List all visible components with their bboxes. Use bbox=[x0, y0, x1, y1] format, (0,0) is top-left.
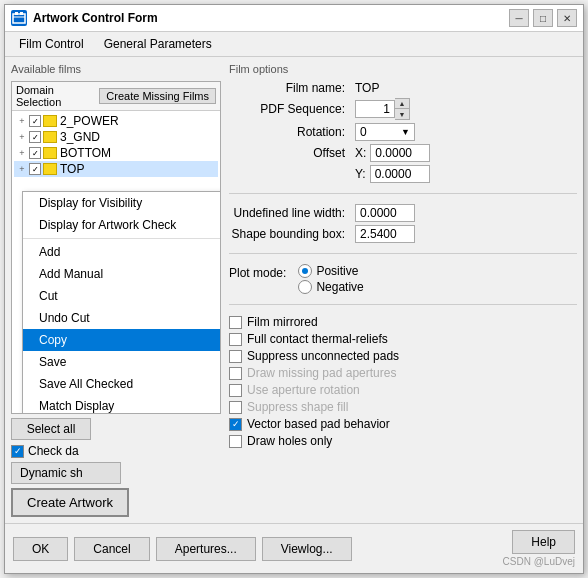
bottom-controls: Select all ✓ Check da Dynamic sh Create … bbox=[11, 418, 221, 517]
cb-vector-based[interactable]: ✓ bbox=[229, 418, 242, 431]
ctx-cut[interactable]: Cut bbox=[23, 285, 220, 307]
radio-positive-row[interactable]: Positive bbox=[298, 264, 363, 278]
check-top[interactable]: ✓ bbox=[29, 163, 41, 175]
cb-suppress-unconnected-row: Suppress unconnected pads bbox=[229, 349, 577, 363]
folder-icon-top bbox=[43, 163, 57, 175]
film-name-value: TOP bbox=[355, 81, 577, 95]
cb-full-contact[interactable] bbox=[229, 333, 242, 346]
shape-bounding-label: Shape bounding box: bbox=[229, 227, 349, 241]
offset-y-row: Y: bbox=[355, 165, 577, 183]
cancel-button[interactable]: Cancel bbox=[74, 537, 149, 561]
cb-draw-missing bbox=[229, 367, 242, 380]
help-button[interactable]: Help bbox=[512, 530, 575, 554]
films-group: Domain Selection Create Missing Films + … bbox=[11, 81, 221, 414]
offset-x-row: X: bbox=[355, 144, 577, 162]
app-icon bbox=[11, 10, 27, 26]
svg-rect-0 bbox=[13, 14, 25, 23]
expand-icon-3gnd: + bbox=[16, 131, 28, 143]
footer: OK Cancel Apertures... Viewlog... Help C… bbox=[5, 523, 583, 573]
pdf-sequence-btns: ▲ ▼ bbox=[395, 98, 410, 120]
cb-suppress-shape-label: Suppress shape fill bbox=[247, 400, 348, 414]
radio-negative-button[interactable] bbox=[298, 280, 312, 294]
tree-label-bottom: BOTTOM bbox=[60, 146, 111, 160]
menu-film-control[interactable]: Film Control bbox=[9, 34, 94, 54]
pdf-sequence-spinner: ▲ ▼ bbox=[355, 98, 577, 120]
ctx-display-artwork[interactable]: Display for Artwork Check bbox=[23, 214, 220, 236]
ctx-add-manual[interactable]: Add Manual bbox=[23, 263, 220, 285]
separator-3 bbox=[229, 304, 577, 305]
right-panel: Film options Film name: TOP PDF Sequence… bbox=[229, 63, 577, 517]
close-button[interactable]: ✕ bbox=[557, 9, 577, 27]
viewlog-button[interactable]: Viewlog... bbox=[262, 537, 352, 561]
pdf-seq-down-button[interactable]: ▼ bbox=[395, 109, 409, 119]
undefined-line-label: Undefined line width: bbox=[229, 206, 349, 220]
cb-full-contact-label: Full contact thermal-reliefs bbox=[247, 332, 388, 346]
expand-icon-bottom: + bbox=[16, 147, 28, 159]
tree-item-3gnd[interactable]: + ✓ 3_GND bbox=[14, 129, 218, 145]
tree-item-bottom[interactable]: + ✓ BOTTOM bbox=[14, 145, 218, 161]
context-menu: Display for Visibility Display for Artwo… bbox=[22, 191, 220, 413]
content-area: Available films Domain Selection Create … bbox=[5, 57, 583, 523]
cb-suppress-shape-row: Suppress shape fill bbox=[229, 400, 577, 414]
folder-icon-bottom bbox=[43, 147, 57, 159]
tree-label-top: TOP bbox=[60, 162, 84, 176]
cb-aperture-rotation-row: Use aperture rotation bbox=[229, 383, 577, 397]
separator-1 bbox=[229, 193, 577, 194]
radio-negative-row[interactable]: Negative bbox=[298, 280, 363, 294]
cb-vector-based-row: ✓ Vector based pad behavior bbox=[229, 417, 577, 431]
cb-suppress-shape bbox=[229, 401, 242, 414]
footer-left: OK Cancel Apertures... Viewlog... bbox=[13, 537, 352, 561]
ctx-save-all-checked[interactable]: Save All Checked bbox=[23, 373, 220, 395]
create-artwork-button[interactable]: Create Artwork bbox=[11, 488, 129, 517]
cb-film-mirrored[interactable] bbox=[229, 316, 242, 329]
ctx-undo-cut[interactable]: Undo Cut bbox=[23, 307, 220, 329]
tree-item-2power[interactable]: + ✓ 2_POWER bbox=[14, 113, 218, 129]
tree-container: + ✓ 2_POWER + ✓ 3_GND + ✓ bbox=[12, 111, 220, 413]
tree-item-top[interactable]: + ✓ TOP bbox=[14, 161, 218, 177]
ctx-display-visibility[interactable]: Display for Visibility bbox=[23, 192, 220, 214]
check-data-row: ✓ Check da bbox=[11, 444, 221, 458]
ctx-sep-1 bbox=[23, 238, 220, 239]
undefined-line-input[interactable] bbox=[355, 204, 415, 222]
pdf-seq-up-button[interactable]: ▲ bbox=[395, 99, 409, 109]
cb-draw-holes[interactable] bbox=[229, 435, 242, 448]
expand-icon-2power: + bbox=[16, 115, 28, 127]
cb-draw-missing-row: Draw missing pad apertures bbox=[229, 366, 577, 380]
dynamic-button[interactable]: Dynamic sh bbox=[11, 462, 121, 484]
check-2power[interactable]: ✓ bbox=[29, 115, 41, 127]
shape-bounding-input[interactable] bbox=[355, 225, 415, 243]
check-3gnd[interactable]: ✓ bbox=[29, 131, 41, 143]
ctx-copy[interactable]: Copy bbox=[23, 329, 220, 351]
cb-suppress-unconnected-label: Suppress unconnected pads bbox=[247, 349, 399, 363]
main-window: Artwork Control Form ─ □ ✕ Film Control … bbox=[4, 4, 584, 574]
ctx-add[interactable]: Add bbox=[23, 241, 220, 263]
pdf-sequence-input[interactable] bbox=[355, 100, 395, 118]
minimize-button[interactable]: ─ bbox=[509, 9, 529, 27]
offset-y-label: Y: bbox=[355, 167, 366, 181]
left-panel: Available films Domain Selection Create … bbox=[11, 63, 221, 517]
cb-suppress-unconnected[interactable] bbox=[229, 350, 242, 363]
ok-button[interactable]: OK bbox=[13, 537, 68, 561]
domain-selection-label: Domain Selection bbox=[16, 84, 99, 108]
ctx-save[interactable]: Save bbox=[23, 351, 220, 373]
offset-x-label: X: bbox=[355, 146, 366, 160]
radio-positive-label: Positive bbox=[316, 264, 358, 278]
radio-positive-button[interactable] bbox=[298, 264, 312, 278]
menu-general-parameters[interactable]: General Parameters bbox=[94, 34, 222, 54]
offset-label: Offset bbox=[229, 146, 349, 160]
ctx-match-display[interactable]: Match Display bbox=[23, 395, 220, 413]
cb-draw-missing-label: Draw missing pad apertures bbox=[247, 366, 396, 380]
apertures-button[interactable]: Apertures... bbox=[156, 537, 256, 561]
plot-mode-radio-group: Positive Negative bbox=[298, 264, 363, 294]
check-bottom[interactable]: ✓ bbox=[29, 147, 41, 159]
separator-2 bbox=[229, 253, 577, 254]
create-missing-button[interactable]: Create Missing Films bbox=[99, 88, 216, 104]
offset-y-input[interactable] bbox=[370, 165, 430, 183]
check-data-label: Check da bbox=[28, 444, 79, 458]
select-all-button[interactable]: Select all bbox=[11, 418, 91, 440]
check-data-checkbox[interactable]: ✓ bbox=[11, 445, 24, 458]
rotation-select[interactable]: 0 ▼ bbox=[355, 123, 415, 141]
maximize-button[interactable]: □ bbox=[533, 9, 553, 27]
offset-x-input[interactable] bbox=[370, 144, 430, 162]
cb-film-mirrored-row: Film mirrored bbox=[229, 315, 577, 329]
